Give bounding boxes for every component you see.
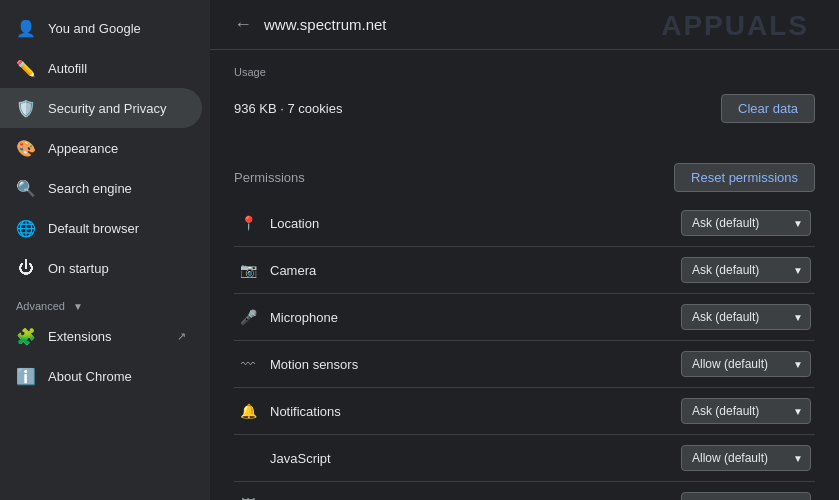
external-link-icon: ↗ (177, 330, 186, 343)
usage-section: Usage 936 KB · 7 cookies Clear data (210, 50, 839, 147)
permissions-label: Permissions (234, 170, 305, 185)
location-icon: 📍 (238, 213, 258, 233)
security-privacy-icon: 🛡️ (16, 98, 36, 118)
sidebar-item-extensions[interactable]: 🧩 Extensions ↗ (0, 316, 202, 356)
javascript-icon (238, 448, 258, 468)
permission-select-location[interactable]: Ask (default) (681, 210, 811, 236)
watermark: APPUALS (661, 10, 809, 42)
search-engine-icon: 🔍 (16, 178, 36, 198)
default-browser-icon: 🌐 (16, 218, 36, 238)
select-wrapper-microphone: Ask (default) ▼ (681, 304, 811, 330)
images-icon: 🖼 (238, 495, 258, 500)
permission-row-microphone: 🎤 Microphone Ask (default) ▼ (234, 294, 815, 341)
sidebar-item-about-chrome[interactable]: ℹ️ About Chrome (0, 356, 202, 396)
permission-select-images[interactable]: Allow (default) (681, 492, 811, 500)
select-wrapper-notifications: Ask (default) ▼ (681, 398, 811, 424)
permission-row-images: 🖼 Images Allow (default) ▼ (234, 482, 815, 500)
sidebar-label-about-chrome: About Chrome (48, 369, 186, 384)
sidebar-item-default-browser[interactable]: 🌐 Default browser (0, 208, 202, 248)
select-wrapper-camera: Ask (default) ▼ (681, 257, 811, 283)
permission-select-javascript[interactable]: Allow (default) (681, 445, 811, 471)
on-startup-icon: ⏻ (16, 258, 36, 278)
permission-name-microphone: Microphone (270, 310, 669, 325)
permission-row-javascript: JavaScript Allow (default) ▼ (234, 435, 815, 482)
select-wrapper-javascript: Allow (default) ▼ (681, 445, 811, 471)
sidebar-item-security-privacy[interactable]: 🛡️ Security and Privacy (0, 88, 202, 128)
reset-permissions-button[interactable]: Reset permissions (674, 163, 815, 192)
sidebar-label-on-startup: On startup (48, 261, 186, 276)
usage-row: 936 KB · 7 cookies Clear data (234, 86, 815, 131)
notifications-icon: 🔔 (238, 401, 258, 421)
clear-data-button[interactable]: Clear data (721, 94, 815, 123)
main-content: ← www.spectrum.net APPUALS Usage 936 KB … (210, 0, 839, 500)
permission-row-motion-sensors: 〰 Motion sensors Allow (default) ▼ (234, 341, 815, 388)
advanced-label: Advanced (16, 300, 65, 312)
sidebar-item-autofill[interactable]: ✏️ Autofill (0, 48, 202, 88)
sidebar-label-you-and-google: You and Google (48, 21, 186, 36)
permission-row-notifications: 🔔 Notifications Ask (default) ▼ (234, 388, 815, 435)
usage-value: 936 KB · 7 cookies (234, 101, 342, 116)
permission-select-camera[interactable]: Ask (default) (681, 257, 811, 283)
you-and-google-icon: 👤 (16, 18, 36, 38)
site-header: ← www.spectrum.net APPUALS (210, 0, 839, 50)
select-wrapper-motion-sensors: Allow (default) ▼ (681, 351, 811, 377)
sidebar: 👤 You and Google ✏️ Autofill 🛡️ Security… (0, 0, 210, 500)
sidebar-label-autofill: Autofill (48, 61, 186, 76)
sidebar-label-security-privacy: Security and Privacy (48, 101, 186, 116)
advanced-section-header: Advanced ▼ (0, 288, 210, 316)
appearance-icon: 🎨 (16, 138, 36, 158)
permission-name-javascript: JavaScript (270, 451, 669, 466)
sidebar-label-extensions: Extensions (48, 329, 165, 344)
permission-select-motion-sensors[interactable]: Allow (default) (681, 351, 811, 377)
permissions-list: 📍 Location Ask (default) ▼ 📷 Camera Ask … (234, 200, 815, 500)
permissions-header: Permissions Reset permissions (234, 163, 815, 192)
site-url: www.spectrum.net (264, 16, 387, 33)
permission-select-notifications[interactable]: Ask (default) (681, 398, 811, 424)
camera-icon: 📷 (238, 260, 258, 280)
extensions-icon: 🧩 (16, 326, 36, 346)
permission-name-notifications: Notifications (270, 404, 669, 419)
permission-select-microphone[interactable]: Ask (default) (681, 304, 811, 330)
back-button[interactable]: ← (234, 14, 252, 35)
sidebar-label-appearance: Appearance (48, 141, 186, 156)
sidebar-item-on-startup[interactable]: ⏻ On startup (0, 248, 202, 288)
permission-row-camera: 📷 Camera Ask (default) ▼ (234, 247, 815, 294)
microphone-icon: 🎤 (238, 307, 258, 327)
sidebar-label-default-browser: Default browser (48, 221, 186, 236)
select-wrapper-images: Allow (default) ▼ (681, 492, 811, 500)
usage-label: Usage (234, 66, 815, 78)
permission-name-motion-sensors: Motion sensors (270, 357, 669, 372)
sidebar-item-you-and-google[interactable]: 👤 You and Google (0, 8, 202, 48)
sidebar-label-search-engine: Search engine (48, 181, 186, 196)
select-wrapper-location: Ask (default) ▼ (681, 210, 811, 236)
motion-sensors-icon: 〰 (238, 354, 258, 374)
permission-name-location: Location (270, 216, 669, 231)
permission-row-location: 📍 Location Ask (default) ▼ (234, 200, 815, 247)
autofill-icon: ✏️ (16, 58, 36, 78)
advanced-arrow-icon: ▼ (73, 301, 83, 312)
sidebar-item-appearance[interactable]: 🎨 Appearance (0, 128, 202, 168)
sidebar-item-search-engine[interactable]: 🔍 Search engine (0, 168, 202, 208)
about-chrome-icon: ℹ️ (16, 366, 36, 386)
permission-name-camera: Camera (270, 263, 669, 278)
permissions-section: Permissions Reset permissions 📍 Location… (210, 147, 839, 500)
